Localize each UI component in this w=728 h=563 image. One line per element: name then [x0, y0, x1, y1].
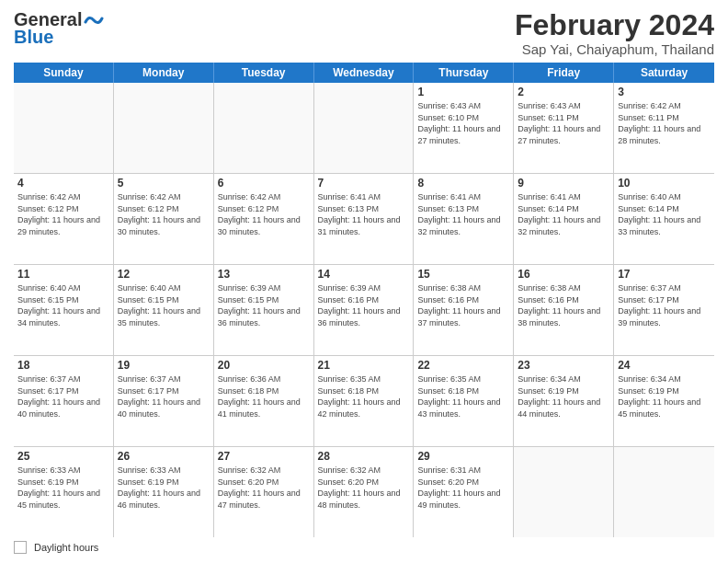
week-4: 18Sunrise: 6:37 AM Sunset: 6:17 PM Dayli…: [14, 356, 714, 447]
cell-w1-d3: [214, 83, 314, 173]
cell-w2-d1: 4Sunrise: 6:42 AM Sunset: 6:12 PM Daylig…: [14, 174, 114, 264]
day-info: Sunrise: 6:39 AM Sunset: 6:16 PM Dayligh…: [318, 282, 410, 328]
cell-w4-d2: 19Sunrise: 6:37 AM Sunset: 6:17 PM Dayli…: [114, 356, 214, 446]
cell-w4-d1: 18Sunrise: 6:37 AM Sunset: 6:17 PM Dayli…: [14, 356, 114, 446]
day-number: 20: [218, 359, 310, 372]
day-number: 9: [518, 177, 609, 190]
footer-label: Daylight hours: [34, 542, 98, 553]
day-info: Sunrise: 6:33 AM Sunset: 6:19 PM Dayligh…: [118, 465, 210, 511]
day-info: Sunrise: 6:40 AM Sunset: 6:14 PM Dayligh…: [618, 191, 711, 237]
day-number: 18: [17, 359, 109, 372]
col-friday: Friday: [514, 63, 614, 83]
cell-w1-d7: 3Sunrise: 6:42 AM Sunset: 6:11 PM Daylig…: [614, 83, 714, 173]
day-info: Sunrise: 6:40 AM Sunset: 6:15 PM Dayligh…: [17, 282, 109, 328]
calendar-header: Sunday Monday Tuesday Wednesday Thursday…: [14, 63, 714, 83]
day-number: 11: [17, 268, 109, 281]
day-info: Sunrise: 6:37 AM Sunset: 6:17 PM Dayligh…: [17, 373, 109, 419]
day-number: 4: [17, 177, 109, 190]
day-info: Sunrise: 6:41 AM Sunset: 6:13 PM Dayligh…: [318, 191, 410, 237]
cell-w1-d5: 1Sunrise: 6:43 AM Sunset: 6:10 PM Daylig…: [414, 83, 514, 173]
footer: Daylight hours: [14, 541, 714, 554]
day-number: 21: [318, 359, 410, 372]
cell-w2-d4: 7Sunrise: 6:41 AM Sunset: 6:13 PM Daylig…: [314, 174, 415, 264]
day-info: Sunrise: 6:37 AM Sunset: 6:17 PM Dayligh…: [118, 373, 210, 419]
week-5: 25Sunrise: 6:33 AM Sunset: 6:19 PM Dayli…: [14, 447, 714, 537]
cell-w4-d7: 24Sunrise: 6:34 AM Sunset: 6:19 PM Dayli…: [614, 356, 714, 446]
cell-w3-d7: 17Sunrise: 6:37 AM Sunset: 6:17 PM Dayli…: [614, 265, 714, 355]
day-number: 19: [118, 359, 210, 372]
cell-w5-d3: 27Sunrise: 6:32 AM Sunset: 6:20 PM Dayli…: [214, 447, 314, 537]
day-info: Sunrise: 6:36 AM Sunset: 6:18 PM Dayligh…: [218, 373, 310, 419]
day-info: Sunrise: 6:41 AM Sunset: 6:13 PM Dayligh…: [417, 191, 509, 237]
cell-w5-d5: 29Sunrise: 6:31 AM Sunset: 6:20 PM Dayli…: [414, 447, 514, 537]
day-number: 27: [218, 450, 310, 463]
col-monday: Monday: [114, 63, 214, 83]
day-number: 1: [417, 86, 509, 98]
cell-w3-d3: 13Sunrise: 6:39 AM Sunset: 6:15 PM Dayli…: [214, 265, 314, 355]
day-number: 25: [17, 450, 109, 463]
main-title: February 2024: [515, 9, 714, 41]
cell-w3-d6: 16Sunrise: 6:38 AM Sunset: 6:16 PM Dayli…: [514, 265, 614, 355]
page: General Blue February 2024 Sap Yai, Chai…: [0, 0, 728, 563]
cell-w2-d3: 6Sunrise: 6:42 AM Sunset: 6:12 PM Daylig…: [214, 174, 314, 264]
day-info: Sunrise: 6:43 AM Sunset: 6:10 PM Dayligh…: [417, 100, 509, 146]
cell-w1-d2: [114, 83, 214, 173]
cell-w3-d2: 12Sunrise: 6:40 AM Sunset: 6:15 PM Dayli…: [114, 265, 214, 355]
cell-w5-d6: [514, 447, 614, 537]
day-number: 16: [518, 268, 609, 281]
day-info: Sunrise: 6:35 AM Sunset: 6:18 PM Dayligh…: [318, 373, 410, 419]
day-number: 13: [218, 268, 310, 281]
cell-w3-d1: 11Sunrise: 6:40 AM Sunset: 6:15 PM Dayli…: [14, 265, 114, 355]
cell-w3-d5: 15Sunrise: 6:38 AM Sunset: 6:16 PM Dayli…: [414, 265, 514, 355]
sub-title: Sap Yai, Chaiyaphum, Thailand: [515, 41, 714, 57]
cell-w1-d6: 2Sunrise: 6:43 AM Sunset: 6:11 PM Daylig…: [514, 83, 614, 173]
col-tuesday: Tuesday: [214, 63, 314, 83]
day-info: Sunrise: 6:32 AM Sunset: 6:20 PM Dayligh…: [318, 465, 410, 511]
day-info: Sunrise: 6:32 AM Sunset: 6:20 PM Dayligh…: [218, 465, 310, 511]
cell-w5-d2: 26Sunrise: 6:33 AM Sunset: 6:19 PM Dayli…: [114, 447, 214, 537]
day-info: Sunrise: 6:42 AM Sunset: 6:12 PM Dayligh…: [218, 191, 310, 237]
cell-w5-d1: 25Sunrise: 6:33 AM Sunset: 6:19 PM Dayli…: [14, 447, 114, 537]
day-info: Sunrise: 6:42 AM Sunset: 6:12 PM Dayligh…: [118, 191, 210, 237]
day-number: 2: [518, 86, 609, 98]
cell-w2-d2: 5Sunrise: 6:42 AM Sunset: 6:12 PM Daylig…: [114, 174, 214, 264]
cell-w1-d4: [314, 83, 415, 173]
day-number: 6: [218, 177, 310, 190]
week-3: 11Sunrise: 6:40 AM Sunset: 6:15 PM Dayli…: [14, 265, 714, 356]
header: General Blue February 2024 Sap Yai, Chai…: [14, 9, 714, 57]
day-number: 17: [618, 268, 711, 281]
day-info: Sunrise: 6:42 AM Sunset: 6:11 PM Dayligh…: [618, 100, 711, 146]
cell-w1-d1: [14, 83, 114, 173]
day-number: 22: [417, 359, 509, 372]
day-info: Sunrise: 6:34 AM Sunset: 6:19 PM Dayligh…: [618, 373, 711, 419]
day-number: 12: [118, 268, 210, 281]
calendar-body: 1Sunrise: 6:43 AM Sunset: 6:10 PM Daylig…: [14, 83, 714, 537]
week-2: 4Sunrise: 6:42 AM Sunset: 6:12 PM Daylig…: [14, 174, 714, 265]
week-1: 1Sunrise: 6:43 AM Sunset: 6:10 PM Daylig…: [14, 83, 714, 174]
day-number: 7: [318, 177, 410, 190]
day-number: 26: [118, 450, 210, 463]
day-info: Sunrise: 6:42 AM Sunset: 6:12 PM Dayligh…: [17, 191, 109, 237]
col-wednesday: Wednesday: [314, 63, 415, 83]
col-thursday: Thursday: [414, 63, 514, 83]
day-info: Sunrise: 6:40 AM Sunset: 6:15 PM Dayligh…: [118, 282, 210, 328]
day-info: Sunrise: 6:38 AM Sunset: 6:16 PM Dayligh…: [518, 282, 609, 328]
cell-w4-d6: 23Sunrise: 6:34 AM Sunset: 6:19 PM Dayli…: [514, 356, 614, 446]
day-number: 29: [417, 450, 509, 463]
day-number: 15: [417, 268, 509, 281]
day-number: 10: [618, 177, 711, 190]
day-info: Sunrise: 6:37 AM Sunset: 6:17 PM Dayligh…: [618, 282, 711, 328]
col-saturday: Saturday: [614, 63, 714, 83]
day-info: Sunrise: 6:33 AM Sunset: 6:19 PM Dayligh…: [17, 465, 109, 511]
title-section: February 2024 Sap Yai, Chaiyaphum, Thail…: [515, 9, 714, 57]
cell-w2-d5: 8Sunrise: 6:41 AM Sunset: 6:13 PM Daylig…: [414, 174, 514, 264]
cell-w2-d7: 10Sunrise: 6:40 AM Sunset: 6:14 PM Dayli…: [614, 174, 714, 264]
col-sunday: Sunday: [14, 63, 114, 83]
day-number: 28: [318, 450, 410, 463]
day-info: Sunrise: 6:38 AM Sunset: 6:16 PM Dayligh…: [417, 282, 509, 328]
daylight-box: [14, 541, 27, 554]
calendar: Sunday Monday Tuesday Wednesday Thursday…: [14, 63, 714, 537]
logo-wave-icon: [84, 13, 104, 28]
logo: General Blue: [14, 9, 104, 48]
cell-w2-d6: 9Sunrise: 6:41 AM Sunset: 6:14 PM Daylig…: [514, 174, 614, 264]
